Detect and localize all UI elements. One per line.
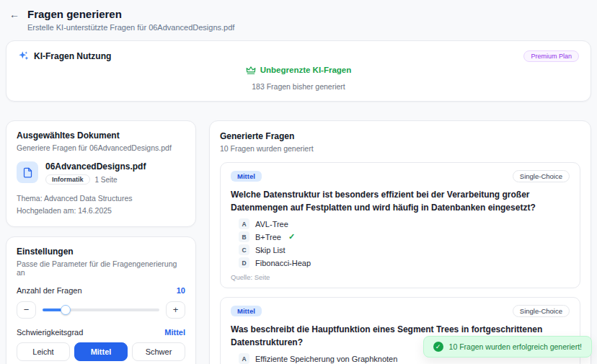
page-subtitle: Erstelle KI-unterstützte Fragen für 06Ad… (27, 23, 234, 32)
option-text: AVL-Tree (255, 220, 288, 228)
answer-option: BB+Tree✓ (239, 231, 570, 242)
usage-card-title: KI-Fragen Nutzung (34, 51, 111, 61)
option-letter: A (239, 218, 249, 229)
option-text: B+Tree (255, 233, 281, 241)
answer-option: DFibonacci-Heap (239, 257, 570, 268)
generated-questions-title: Generierte Fragen (220, 131, 580, 141)
correct-check-icon: ✓ (288, 232, 295, 241)
question-type-badge: Single-Choice (513, 305, 570, 317)
question-type-badge: Single-Choice (513, 170, 570, 182)
question-count-label: Anzahl der Fragen (17, 286, 82, 295)
success-toast: ✓ 10 Fragen wurden erfolgreich generiert… (423, 336, 592, 358)
difficulty-value: Mittel (164, 328, 185, 337)
option-letter: D (239, 257, 249, 268)
selected-document-card: Ausgewähltes Dokument Generiere Fragen f… (6, 120, 196, 227)
premium-plan-badge: Premium Plan (523, 50, 579, 62)
option-letter: A (239, 353, 249, 364)
difficulty-button-schwer[interactable]: Schwer (132, 342, 185, 361)
option-text: Fibonacci-Heap (255, 259, 311, 267)
unlimited-status: Unbegrenzte KI-Fragen (246, 65, 352, 75)
question-count-slider[interactable] (43, 305, 159, 315)
document-icon (17, 161, 38, 183)
document-uploaded: Hochgeladen am: 14.6.2025 (17, 205, 185, 217)
success-check-icon: ✓ (433, 342, 443, 352)
page-header: ← Fragen generieren Erstelle KI-unterstü… (0, 0, 597, 39)
subject-badge: Informatik (45, 174, 90, 185)
generated-count-label: 183 Fragen bisher generiert (18, 82, 579, 91)
left-column: Ausgewähltes Dokument Generiere Fragen f… (6, 120, 196, 364)
increase-count-button[interactable]: + (166, 301, 185, 319)
slider-thumb[interactable] (61, 305, 71, 315)
option-letter: B (239, 231, 249, 242)
back-button[interactable]: ← (9, 9, 19, 19)
question-source: Quelle: Seite (231, 273, 570, 281)
document-card-title: Ausgewähltes Dokument (17, 130, 185, 141)
question-card: Mittel Single-Choice Welche Datenstruktu… (220, 162, 580, 288)
crown-icon (246, 65, 256, 75)
question-text: Welche Datenstruktur ist besonders effiz… (231, 188, 570, 214)
decrease-count-button[interactable]: − (17, 301, 36, 319)
page-title: Fragen generieren (27, 8, 234, 20)
page-count: 1 Seite (95, 176, 118, 184)
difficulty-badge: Mittel (231, 306, 262, 316)
question-count-value: 10 (177, 286, 185, 295)
option-letter: C (239, 244, 249, 255)
generated-questions-subtitle: 10 Fragen wurden generiert (220, 144, 580, 153)
document-card-subtitle: Generiere Fragen für 06AdvancedDesigns.p… (17, 143, 185, 152)
document-topic: Thema: Advanced Data Structures (17, 192, 185, 205)
settings-card: Einstellungen Passe die Parameter für di… (6, 236, 196, 364)
sparkles-icon (18, 50, 29, 61)
answer-option: CSkip List (239, 244, 570, 255)
question-list: Mittel Single-Choice Welche Datenstruktu… (220, 162, 580, 364)
option-text: Skip List (255, 246, 286, 254)
option-text: Effiziente Speicherung von Graphknoten (255, 355, 397, 363)
file-row: 06AdvancedDesigns.pdf Informatik 1 Seite (17, 161, 185, 185)
header-text: Fragen generieren Erstelle KI-unterstütz… (27, 8, 234, 32)
difficulty-button-leicht[interactable]: Leicht (17, 342, 70, 361)
difficulty-label: Schwierigkeitsgrad (17, 328, 83, 337)
settings-subtitle: Passe die Parameter für die Fragengeneri… (17, 259, 185, 277)
options-list: AAVL-TreeBB+Tree✓CSkip ListDFibonacci-He… (231, 218, 570, 268)
generated-questions-panel: Generierte Fragen 10 Fragen wurden gener… (209, 120, 591, 364)
difficulty-badge: Mittel (231, 171, 262, 182)
usage-card: KI-Fragen Nutzung Premium Plan Unbegrenz… (6, 40, 591, 102)
settings-title: Einstellungen (17, 247, 185, 257)
toast-message: 10 Fragen wurden erfolgreich generiert! (449, 342, 582, 351)
file-name: 06AdvancedDesigns.pdf (45, 161, 146, 172)
difficulty-button-mittel[interactable]: Mittel (74, 342, 128, 361)
unlimited-label: Unbegrenzte KI-Fragen (260, 66, 352, 74)
answer-option: AAVL-Tree (239, 218, 570, 229)
